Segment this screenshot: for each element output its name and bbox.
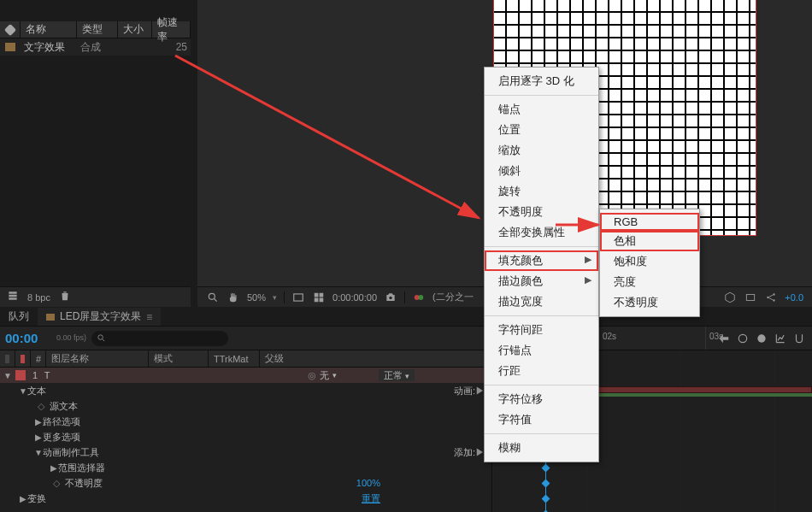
svg-rect-1 — [294, 293, 303, 300]
tab-queue[interactable]: 队列 — [0, 308, 38, 326]
zoom-level[interactable]: 50% — [247, 292, 266, 303]
timeline-panel: 队列 LED屏显文字效果 ≡ 00:00 0.00 fps) 02s 03s #… — [0, 308, 812, 512]
resolution-icon[interactable] — [291, 291, 305, 304]
current-time[interactable]: 00:00 — [0, 331, 56, 345]
col-type[interactable]: 类型 — [77, 21, 118, 38]
col-framerate[interactable]: 帧速率 — [152, 21, 191, 38]
project-item-rate: 25 — [152, 41, 191, 53]
col-mode[interactable]: 模式 — [149, 350, 209, 367]
menu-item-charvalue[interactable]: 字符值 — [485, 409, 598, 430]
submenu-item-brightness[interactable]: 亮度 — [600, 272, 699, 292]
menu-item-fillcolor[interactable]: 填充颜色▶ — [485, 250, 598, 271]
interpret-icon[interactable] — [7, 290, 19, 304]
twisty-icon[interactable]: ▼ — [3, 371, 12, 380]
mode-dropdown[interactable]: 正常 ▾ — [379, 369, 415, 381]
menu-separator — [485, 246, 598, 247]
tab-composition[interactable]: LED屏显文字效果 ≡ — [38, 308, 161, 326]
hand-icon[interactable] — [227, 291, 240, 304]
menu-item-alltransform[interactable]: 全部变换属性 — [485, 222, 598, 243]
svg-point-2 — [389, 296, 392, 299]
switch-col[interactable] — [15, 350, 31, 367]
project-footer: 8 bpc — [0, 286, 191, 307]
menu-item-scale[interactable]: 缩放 — [485, 140, 598, 161]
switch-col[interactable] — [0, 350, 15, 367]
animator-menu: 启用逐字 3D 化 锚点 位置 缩放 倾斜 旋转 不透明度 全部变换属性 填充颜… — [484, 67, 599, 462]
num-col[interactable]: # — [31, 350, 46, 367]
prop-sourcetext[interactable]: ◇源文本 — [0, 398, 491, 414]
opacity-value[interactable]: 100% — [356, 478, 380, 488]
menu-item-position[interactable]: 位置 — [485, 120, 598, 140]
submenu-item-opacity[interactable]: 不透明度 — [600, 292, 699, 313]
group-text[interactable]: ▼文本动画:▶ — [0, 383, 491, 398]
submenu-item-rgb[interactable]: RGB — [600, 213, 699, 231]
submenu-item-hue[interactable]: 色相 — [600, 231, 699, 251]
col-size[interactable]: 大小 — [118, 21, 152, 38]
col-layername[interactable]: 图层名称 — [46, 350, 149, 367]
col-trkmat[interactable]: T TrkMat — [209, 350, 260, 367]
col-label[interactable] — [0, 21, 21, 38]
grid-icon[interactable] — [312, 291, 326, 304]
reset-link[interactable]: 重置 — [362, 492, 380, 505]
layer-number: 1 — [29, 370, 41, 380]
menu-item-strokewidth[interactable]: 描边宽度 — [485, 291, 598, 312]
project-panel: 名称 类型 大小 帧速率 文字效果 合成 25 — [0, 21, 191, 56]
menu-item-strokecolor[interactable]: 描边颜色▶ — [485, 271, 598, 291]
layer-columns: # 图层名称 模式 T TrkMat 父级 — [0, 350, 491, 368]
parent-dropdown[interactable]: ◎ 无 ▾ — [308, 369, 337, 382]
menu-item-tracking[interactable]: 字符间距 — [485, 320, 598, 340]
group-more[interactable]: ▶更多选项 — [0, 429, 491, 444]
group-path[interactable]: ▶路径选项 — [0, 414, 491, 429]
menu-separator — [485, 315, 598, 316]
fillcolor-submenu: RGB 色相 饱和度 亮度 不透明度 — [599, 209, 700, 317]
menu-separator — [485, 433, 598, 434]
prop-opacity[interactable]: ◇不透明度100% — [0, 475, 491, 491]
layer-color-icon[interactable] — [15, 370, 26, 380]
label-icon — [3, 23, 15, 35]
layer-search[interactable] — [91, 331, 228, 346]
col-parent[interactable]: 父级 — [260, 350, 491, 367]
project-item[interactable]: 文字效果 合成 25 — [0, 38, 191, 56]
menu-item-opacity[interactable]: 不透明度 — [485, 202, 598, 222]
bpc-label[interactable]: 8 bpc — [27, 292, 50, 303]
menu-item-lineanchor[interactable]: 行锚点 — [485, 340, 598, 361]
channel-icon[interactable] — [412, 291, 426, 304]
trash-icon[interactable] — [59, 290, 71, 304]
3d-view-icon[interactable] — [723, 291, 737, 304]
group-range[interactable]: ▶范围选择器 — [0, 460, 491, 475]
exposure-value[interactable]: +0.0 — [785, 292, 803, 303]
menu-item-blur[interactable]: 模糊 — [485, 438, 598, 458]
tab-close-icon[interactable]: ≡ — [146, 311, 152, 323]
layers: ▼ 1 T 正常 ▾ ◎ 无 ▾ ▼文本动画:▶ ◇源文本 ▶路径选项 ▶更多选… — [0, 368, 491, 506]
project-item-type: 合成 — [77, 40, 118, 55]
dropdown-icon[interactable] — [744, 291, 757, 304]
share-icon[interactable] — [764, 291, 778, 304]
menu-item-anchor[interactable]: 锚点 — [485, 99, 598, 120]
layer-row[interactable]: ▼ 1 T 正常 ▾ ◎ 无 ▾ — [0, 368, 491, 383]
keyframe-icon[interactable] — [542, 480, 550, 488]
fps-hint: 0.00 fps) — [56, 334, 86, 342]
snapshot-icon[interactable] — [384, 291, 397, 304]
project-columns: 名称 类型 大小 帧速率 — [0, 21, 191, 38]
svg-point-4 — [418, 295, 423, 300]
menu-item-3dperchar[interactable]: 启用逐字 3D 化 — [485, 71, 598, 91]
submenu-item-saturation[interactable]: 饱和度 — [600, 251, 699, 272]
menu-item-skew[interactable]: 倾斜 — [485, 161, 598, 181]
menu-item-rotation[interactable]: 旋转 — [485, 181, 598, 202]
composition-icon — [46, 314, 55, 321]
preview-time[interactable]: 0:00:00:00 — [332, 292, 377, 303]
svg-rect-5 — [747, 294, 755, 300]
svg-point-7 — [774, 293, 775, 295]
tab-label: LED屏显文字效果 — [60, 309, 141, 324]
col-name[interactable]: 名称 — [21, 21, 77, 38]
menu-item-charoffset[interactable]: 字符位移 — [485, 389, 598, 409]
keyframe-icon[interactable] — [542, 495, 550, 503]
group-animator[interactable]: ▼动画制作工具添加:▶ — [0, 444, 491, 460]
menu-item-linespacing[interactable]: 行距 — [485, 361, 598, 381]
ruler-tick: 03s — [709, 332, 723, 341]
magnify-icon[interactable] — [206, 291, 220, 304]
group-transform[interactable]: ▶变换重置 — [0, 491, 491, 506]
search-icon — [97, 333, 106, 343]
resolution-label[interactable]: (二分之一 — [432, 291, 474, 303]
composition-icon — [5, 43, 15, 51]
keyframe-icon[interactable] — [542, 464, 550, 473]
